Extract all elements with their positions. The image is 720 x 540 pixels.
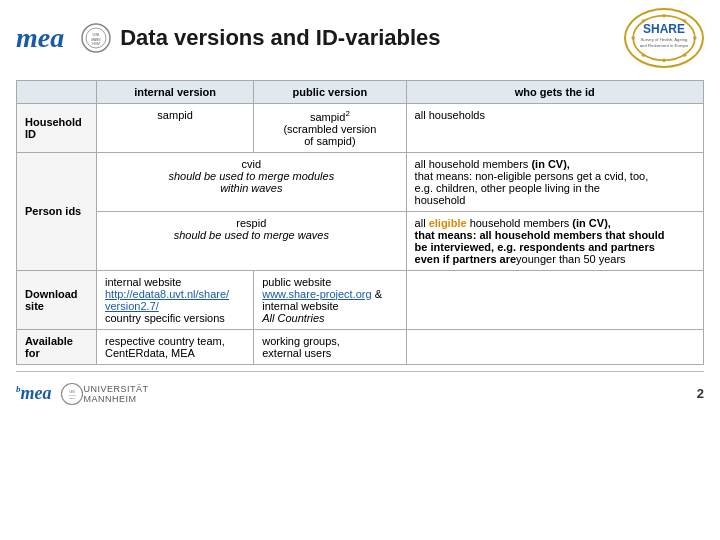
available-internal-cell: respective country team,CentERdata, MEA [97,329,254,364]
university-seal-icon: UNI MANN HEIM [80,22,112,54]
table-row: HouseholdID sampid sampid2 (scrambled ve… [17,104,704,153]
svg-point-6 [662,14,665,17]
household-internal-cell: sampid [97,104,254,153]
mea-logo: mea [16,22,64,54]
available-public-cell: working groups,external users [254,329,406,364]
footer-page-number: 2 [697,386,704,401]
svg-point-12 [631,36,634,39]
footer-university-text: UNIVERSITÄTMANNHEIM [84,384,149,404]
table-row: Person ids cvid should be used to merge … [17,152,704,211]
person-ids-label: Person ids [17,152,97,270]
table-row: Available for respective country team,Ce… [17,329,704,364]
share-logo: SHARE Survey of Health, Ageing and Retir… [624,8,704,68]
header: mea UNI MANN HEIM Data versions and ID-v… [0,0,720,76]
cvid-who-cell: all household members (in CV), that mean… [406,152,703,211]
household-public-cell: sampid2 (scrambled versionof sampid) [254,104,406,153]
table-row: respid should be used to merge waves all… [17,211,704,270]
col-header-empty [17,81,97,104]
svg-text:SHARE: SHARE [643,22,685,36]
footer-divider [16,371,704,372]
household-who-cell: all households [406,104,703,153]
svg-point-9 [683,53,686,56]
col-header-internal: internal version [97,81,254,104]
data-versions-table: internal version public version who gets… [16,80,704,365]
page-title: Data versions and ID-variables [120,25,624,51]
available-for-label: Available for [17,329,97,364]
svg-text:HEIM: HEIM [92,42,100,46]
footer-mea-logo: bmea [16,383,52,404]
footer: bmea UNI MANN HEIM UNIVERSITÄTMANNHEIM 2 [0,376,720,412]
main-table-container: internal version public version who gets… [0,76,720,369]
col-header-who: who gets the id [406,81,703,104]
svg-point-11 [642,53,645,56]
svg-text:UNI: UNI [69,389,74,393]
svg-text:HEIM: HEIM [69,397,75,400]
col-header-public: public version [254,81,406,104]
cvid-cell: cvid should be used to merge moduleswith… [97,152,407,211]
available-who-cell [406,329,703,364]
respid-cell: respid should be used to merge waves [97,211,407,270]
svg-point-10 [662,59,665,62]
download-site-label: Downloadsite [17,270,97,329]
download-who-cell [406,270,703,329]
household-id-label: HouseholdID [17,104,97,153]
svg-text:and Retirement in Europe: and Retirement in Europe [640,43,689,48]
respid-who-cell: all eligible household members (in CV), … [406,211,703,270]
download-internal-cell: internal website http://edata8.uvt.nl/sh… [97,270,254,329]
svg-text:Survey of Health, Ageing: Survey of Health, Ageing [641,37,689,42]
download-public-cell: public website www.share-project.org & i… [254,270,406,329]
svg-text:UNI: UNI [93,32,100,37]
svg-point-8 [693,36,696,39]
table-row: Downloadsite internal website http://eda… [17,270,704,329]
footer-seal-icon: UNI MANN HEIM [60,382,84,406]
